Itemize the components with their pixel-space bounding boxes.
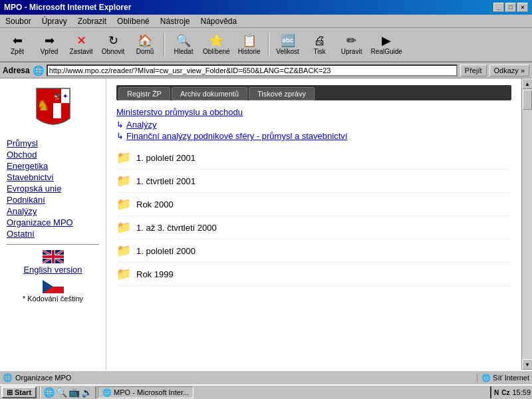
print-button[interactable]: 🖨 Tisk <box>305 30 334 59</box>
sidebar-item-ostatni[interactable]: Ostatní <box>7 229 99 239</box>
sidebar: ♞ 🦅 ✦ Průmysl Obchod <box>0 78 106 370</box>
menu-upravy[interactable]: Úpravy <box>39 16 70 27</box>
links-button[interactable]: Odkazy » <box>489 65 529 76</box>
address-bar: Adresa 🌐 Přejít Odkazy » <box>0 63 532 78</box>
menu-nastroje[interactable]: Nástroje <box>158 16 193 27</box>
sidebar-item-obchod[interactable]: Obchod <box>7 150 99 160</box>
sidebar-item-analyzy[interactable]: Analýzy <box>7 206 99 216</box>
menu-napoveda[interactable]: Nápověda <box>198 16 239 27</box>
search-button[interactable]: 🔍 Hledat <box>169 30 198 59</box>
back-button[interactable]: ⬅ Zpět <box>3 30 32 59</box>
taskbar-app-mpo[interactable]: 🌐 MPO - Microsoft Inter... <box>98 386 194 398</box>
window-controls: _ □ × <box>493 3 528 12</box>
taskbar-time: 15:59 <box>512 388 531 396</box>
sidebar-item-energetika[interactable]: Energetika <box>7 161 99 171</box>
breadcrumb-ministry[interactable]: Ministerstvo průmyslu a obchodu <box>116 107 511 117</box>
home-label: Domů <box>136 48 154 55</box>
breadcrumb-level2: ↳ Finanční analýzy podnikové sféry - prů… <box>116 131 511 141</box>
ql-app2-icon[interactable]: 🔍 <box>56 387 67 398</box>
toolbar-sep-2 <box>268 33 269 57</box>
scroll-thumb[interactable] <box>523 90 532 110</box>
sidebar-item-organizace-mpo[interactable]: Organizace MPO <box>7 217 99 227</box>
refresh-label: Obnovit <box>102 48 124 55</box>
status-zone: 🌐 Síť Internet <box>477 374 529 382</box>
browser-content: ♞ 🦅 ✦ Průmysl Obchod <box>0 78 532 370</box>
folder-item-5[interactable]: 📁 Rok 1999 <box>116 263 511 286</box>
coding-link[interactable]: * Kódování češtiny <box>23 295 83 303</box>
taskbar: ⊞ Start 🌐 🔍 📺 🔊 🌐 MPO - Microsoft Inter.… <box>0 384 532 399</box>
search-label: Hledat <box>174 48 194 55</box>
menu-zobrazit[interactable]: Zobrazit <box>75 16 109 27</box>
start-icon: ⊞ <box>7 388 13 397</box>
zone-text: Síť Internet <box>493 374 529 382</box>
print-label: Tisk <box>314 48 326 55</box>
analyzy-link[interactable]: Analýzy <box>126 120 157 130</box>
zone-icon: 🌐 <box>481 374 491 382</box>
history-button[interactable]: 📋 Historie <box>235 30 264 59</box>
realguide-button[interactable]: ▶ RealGuide <box>369 30 404 59</box>
taskbar-app-icon: 🌐 <box>102 388 112 397</box>
folder-label-2: Rok 2000 <box>136 200 174 209</box>
stop-button[interactable]: ✕ Zastavit <box>66 30 96 59</box>
ql-app4-icon[interactable]: 🔊 <box>81 387 92 398</box>
folder-list: 📁 1. pololetí 2001 📁 1. čtvrtletí 2001 📁… <box>116 146 511 286</box>
scroll-track[interactable] <box>522 89 532 359</box>
toolbar: ⬅ Zpět ➡ Vpřed ✕ Zastavit ↻ Obnovit 🏠 Do… <box>0 28 532 63</box>
title-bar: MPO - Microsoft Internet Explorer _ □ × <box>0 0 532 15</box>
breadcrumb-level1: ↳ Analýzy <box>116 120 511 130</box>
czech-flag-section: * Kódování češtiny <box>7 280 99 303</box>
stop-icon: ✕ <box>76 35 86 47</box>
tab-tiskove-zpravy[interactable]: Tiskové zprávy <box>249 87 315 100</box>
maximize-button[interactable]: □ <box>505 3 516 12</box>
financni-analyzy-link[interactable]: Finanční analýzy podnikové sféry - průmy… <box>126 131 347 141</box>
folder-label-4: 1. pololetí 2000 <box>136 246 196 256</box>
folder-icon-2: 📁 <box>116 197 131 211</box>
ql-app3-icon[interactable]: 📺 <box>68 387 80 398</box>
english-version-link[interactable]: English version <box>7 265 99 275</box>
folder-item-2[interactable]: 📁 Rok 2000 <box>116 193 511 216</box>
home-button[interactable]: 🏠 Domů <box>130 30 160 59</box>
scrollbar[interactable]: ▲ ▼ <box>521 78 532 370</box>
fontsize-button[interactable]: 🔤 Velikost <box>273 30 303 59</box>
svg-text:♞: ♞ <box>37 97 50 114</box>
sidebar-item-evropska-unie[interactable]: Evropská unie <box>7 184 99 194</box>
tab-archiv[interactable]: Archiv dokumentů <box>172 87 247 100</box>
refresh-button[interactable]: ↻ Obnovit <box>98 30 128 59</box>
forward-button[interactable]: ➡ Vpřed <box>35 30 64 59</box>
svg-text:🦅: 🦅 <box>53 92 62 100</box>
scroll-up-button[interactable]: ▲ <box>522 78 532 89</box>
edit-button[interactable]: ✏ Upravit <box>337 30 366 59</box>
ql-ie-icon[interactable]: 🌐 <box>43 387 55 398</box>
status-bar: 🌐 Organizace MPO 🌐 Síť Internet <box>0 370 532 384</box>
scroll-down-button[interactable]: ▼ <box>522 359 532 370</box>
status-left: 🌐 Organizace MPO <box>3 373 477 382</box>
menu-oblibene[interactable]: Oblíbené <box>114 16 152 27</box>
sidebar-item-prumysl[interactable]: Průmysl <box>7 138 99 148</box>
folder-label-3: 1. až 3. čtvrtletí 2000 <box>136 223 217 233</box>
folder-item-3[interactable]: 📁 1. až 3. čtvrtletí 2000 <box>116 216 511 239</box>
svg-rect-5 <box>53 103 61 118</box>
menu-soubor[interactable]: Soubor <box>3 16 34 27</box>
folder-item-4[interactable]: 📁 1. pololetí 2000 <box>116 239 511 263</box>
minimize-button[interactable]: _ <box>493 3 504 12</box>
folder-item-0[interactable]: 📁 1. pololetí 2001 <box>116 146 511 170</box>
favorites-icon: ⭐ <box>209 35 223 47</box>
english-version-section: English version <box>7 250 99 275</box>
sidebar-item-stavebnictvi[interactable]: Stavebnictví <box>7 172 99 182</box>
folder-item-1[interactable]: 📁 1. čtvrtletí 2001 <box>116 170 511 193</box>
folder-icon-5: 📁 <box>116 267 131 281</box>
sidebar-item-podnikani[interactable]: Podnikání <box>7 195 99 205</box>
tab-registr-zp[interactable]: Registr ŽP <box>118 87 170 100</box>
print-icon: 🖨 <box>314 35 326 47</box>
go-button[interactable]: Přejít <box>460 65 487 76</box>
address-input[interactable] <box>47 65 458 76</box>
page-inner: ♞ 🦅 ✦ Průmysl Obchod <box>0 78 521 370</box>
tray-icon-2: Cz <box>501 389 509 396</box>
menu-bar: Soubor Úpravy Zobrazit Oblíbené Nástroje… <box>0 15 532 28</box>
window-title: MPO - Microsoft Internet Explorer <box>4 3 131 12</box>
back-icon: ⬅ <box>13 35 23 47</box>
close-button[interactable]: × <box>517 3 528 12</box>
favorites-button[interactable]: ⭐ Oblíbené <box>201 30 232 59</box>
start-button[interactable]: ⊞ Start <box>1 386 37 398</box>
status-right: 🌐 Síť Internet <box>477 374 529 382</box>
